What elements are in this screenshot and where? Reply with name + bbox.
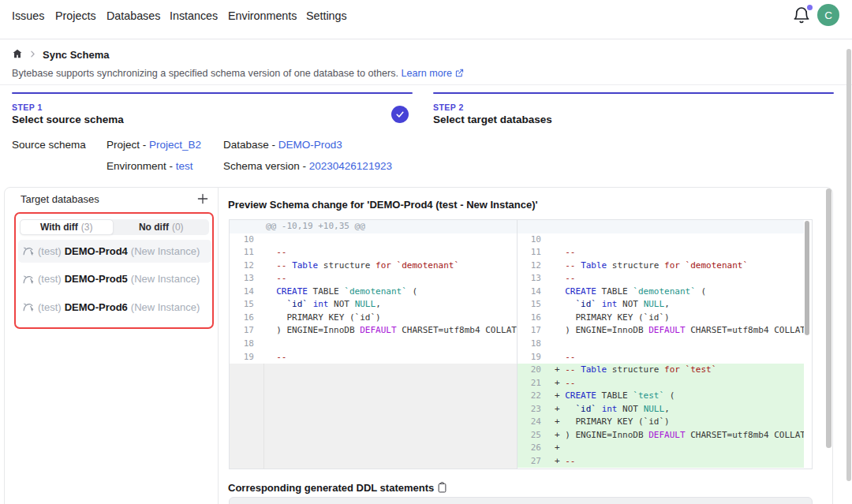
step1-progress-bar	[12, 92, 413, 95]
avatar-letter: C	[824, 9, 832, 21]
divider	[0, 84, 852, 85]
database-row-demo-prod5[interactable]: (test) DEMO-Prod5 (New Instance)	[18, 267, 211, 291]
code-line: --	[552, 246, 804, 259]
code-line: + -- Table structure for `test`	[552, 364, 804, 377]
target-databases-title: Target databases	[21, 193, 99, 205]
schema-version-link[interactable]: 20230426121923	[309, 160, 392, 172]
line-number: 10	[518, 233, 552, 247]
nav-item-environments[interactable]: Environments	[228, 9, 297, 22]
code-line: +	[552, 442, 804, 455]
line-number: 12	[230, 259, 263, 273]
code-line	[263, 338, 517, 351]
line-number: 16	[518, 312, 552, 325]
ddl-statements-label: Corresponding generated DDL statements	[228, 482, 434, 494]
db-instance: (New Instance)	[131, 301, 200, 313]
code-line: --	[552, 272, 804, 286]
external-link-icon	[455, 69, 464, 77]
code-line	[552, 338, 804, 351]
panel-scrollbar-thumb[interactable]	[826, 189, 831, 448]
tab-with-diff[interactable]: With diff (3)	[20, 219, 114, 235]
intro-description: Bytebase supports synchronizing a specif…	[12, 68, 398, 79]
code-line: PRIMARY KEY (`id`)	[263, 312, 517, 325]
home-icon[interactable]	[12, 48, 23, 59]
line-number: 15	[230, 298, 263, 312]
diff-right-content: -- -- Table structure for `demotenant` -…	[552, 220, 804, 469]
tab-no-diff-count: (0)	[172, 222, 184, 233]
project-link[interactable]: Project_B2	[149, 139, 201, 151]
diff-filter-tabs: With diff (3) No diff (0)	[20, 219, 209, 235]
mysql-database-icon	[22, 245, 35, 257]
page-scrollbar-thumb[interactable]	[846, 49, 851, 481]
code-line: -- Table structure for `demotenant`	[552, 259, 804, 273]
line-number: 13	[518, 272, 552, 286]
diff-left-filler	[230, 364, 517, 469]
code-line: `id` int NOT NULL,	[263, 298, 517, 312]
step2-title: Select target databases	[433, 114, 552, 125]
nav-item-databases[interactable]: Databases	[106, 9, 160, 22]
database-row-demo-prod6[interactable]: (test) DEMO-Prod6 (New Instance)	[18, 296, 211, 319]
line-number: 11	[518, 246, 552, 259]
tab-no-diff-label: No diff	[139, 222, 169, 233]
nav-item-settings[interactable]: Settings	[306, 9, 347, 22]
diff-right-gutter: 101112131415161718192021222324252627	[518, 220, 552, 469]
database-row-demo-prod4[interactable]: (test) DEMO-Prod4 (New Instance)	[18, 240, 211, 263]
schema-diff-editor[interactable]: 10111213141516171819 @@ -10,19 +10,35 @@…	[229, 219, 813, 469]
code-line: + --	[552, 377, 804, 390]
ddl-statements-box	[229, 497, 813, 504]
learn-more-link[interactable]: Learn more	[402, 68, 452, 79]
db-instance: (New Instance)	[131, 273, 200, 285]
code-line: + ) ENGINE=InnoDB DEFAULT CHARSET=utf8mb…	[552, 429, 804, 442]
environment-link[interactable]: test	[176, 160, 193, 172]
code-line: CREATE TABLE `demotenant` (	[552, 286, 804, 299]
line-number: 19	[230, 351, 263, 364]
tab-no-diff[interactable]: No diff (0)	[114, 219, 209, 235]
add-target-database-button[interactable]	[196, 192, 210, 206]
db-name: DEMO-Prod5	[65, 273, 128, 285]
avatar[interactable]: C	[817, 4, 839, 26]
preview-title: Preview Schema change for 'DEMO-Prod4 (t…	[228, 199, 538, 211]
top-navigation-bar: Issues Projects Databases Instances Envi…	[0, 0, 852, 39]
database-link[interactable]: DEMO-Prod3	[278, 139, 342, 151]
breadcrumb-chevron-icon	[28, 50, 37, 58]
code-line: ) ENGINE=InnoDB DEFAULT CHARSET=utf8mb4 …	[552, 324, 804, 338]
line-number: 16	[230, 312, 263, 325]
nav-item-instances[interactable]: Instances	[170, 9, 218, 22]
code-line: PRIMARY KEY (`id`)	[552, 312, 804, 325]
mysql-database-icon	[22, 273, 35, 286]
db-instance: (New Instance)	[131, 245, 200, 257]
source-field-database: Database - DEMO-Prod3	[223, 139, 342, 151]
source-field-environment: Environment - test	[106, 160, 193, 172]
panel-divider	[218, 188, 219, 504]
line-number: 14	[518, 286, 552, 299]
line-number: 20	[518, 364, 552, 377]
line-number: 12	[518, 259, 552, 273]
db-env: (test)	[38, 273, 62, 285]
nav-item-projects[interactable]: Projects	[55, 9, 96, 22]
copy-icon[interactable]	[436, 481, 448, 494]
code-line	[552, 233, 804, 247]
line-number	[518, 220, 552, 233]
db-name: DEMO-Prod6	[65, 301, 128, 313]
code-line: + CREATE TABLE `test` (	[552, 390, 804, 403]
editor-scrollbar-thumb[interactable]	[805, 221, 809, 335]
line-number: 22	[518, 390, 552, 403]
source-schema-label: Source schema	[12, 139, 86, 151]
nav-item-issues[interactable]: Issues	[12, 9, 44, 22]
code-line: --	[263, 272, 517, 286]
line-number: 17	[518, 324, 552, 338]
intro-text: Bytebase supports synchronizing a specif…	[12, 68, 464, 79]
line-number: 18	[230, 338, 263, 351]
hunk-header-text	[552, 220, 804, 233]
step2-label: STEP 2	[433, 103, 464, 112]
hunk-header-text: @@ -10,19 +10,35 @@	[263, 220, 517, 233]
step2-progress-bar	[433, 92, 834, 95]
line-number	[230, 220, 263, 233]
code-line: + `id` int NOT NULL,	[552, 403, 804, 416]
line-number: 24	[518, 416, 552, 429]
source-field-schema-version: Schema version - 20230426121923	[223, 160, 392, 172]
line-number: 26	[518, 442, 552, 455]
code-line: + --	[552, 455, 804, 469]
code-line: `id` int NOT NULL,	[552, 298, 804, 312]
line-number: 23	[518, 403, 552, 416]
line-number: 14	[230, 286, 263, 299]
